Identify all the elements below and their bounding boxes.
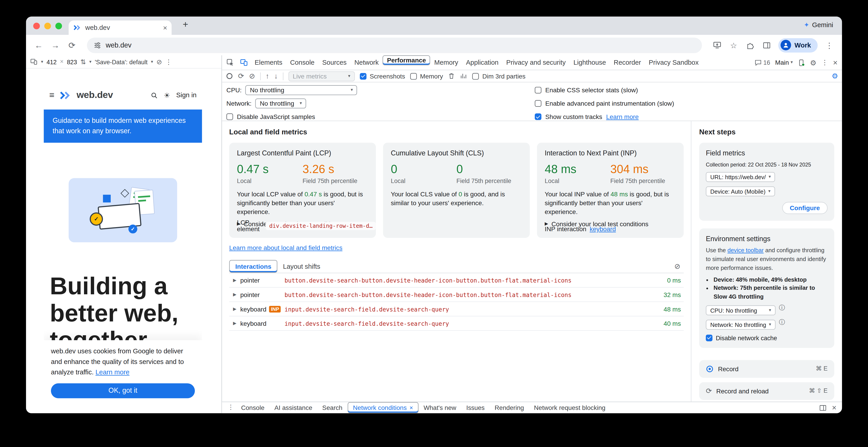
new-tab-button[interactable]: + xyxy=(183,20,188,29)
dock-side-icon[interactable] xyxy=(819,404,826,411)
collect-garbage-icon[interactable] xyxy=(448,72,455,80)
address-bar[interactable]: web.dev xyxy=(87,37,702,53)
tab-recorder[interactable]: Recorder xyxy=(610,56,645,70)
close-window-button[interactable] xyxy=(33,23,40,29)
inp-interaction-link[interactable]: keyboard xyxy=(590,226,616,232)
zoom-window-button[interactable] xyxy=(56,23,62,29)
clear-icon[interactable]: ⊘ xyxy=(249,72,255,80)
drawer-tab-console[interactable]: Console xyxy=(236,402,270,413)
devtools-close-icon[interactable]: × xyxy=(833,59,838,66)
drawer-tab-network-conditions[interactable]: Network conditions × xyxy=(347,402,418,413)
reload-button[interactable]: ⟳ xyxy=(65,41,79,49)
row-expander-icon[interactable]: ▶ xyxy=(229,307,240,311)
device-type-icon[interactable] xyxy=(30,58,38,65)
site-brand[interactable]: web.dev xyxy=(76,90,113,101)
row-expander-icon[interactable]: ▶ xyxy=(229,292,240,297)
field-url-select[interactable]: URL: https://web.dev/ ▾ xyxy=(706,172,775,182)
cpu-throttling-select[interactable]: No throttling ▾ xyxy=(245,85,357,95)
tab-sources[interactable]: Sources xyxy=(318,56,350,70)
tab-network[interactable]: Network xyxy=(350,56,382,70)
menu-hamburger-icon[interactable]: ≡ xyxy=(49,91,55,100)
minimize-window-button[interactable] xyxy=(44,23,51,29)
device-status-icon[interactable] xyxy=(798,59,805,66)
browser-menu-kebab-icon[interactable]: ⋮ xyxy=(822,41,837,49)
network-info-icon[interactable]: ⓘ xyxy=(779,319,785,325)
viewport-width-field[interactable]: 412 xyxy=(46,58,57,65)
drawer-tab-close-icon[interactable]: × xyxy=(409,405,413,411)
device-select-caret-icon[interactable]: ▾ xyxy=(41,60,43,64)
browser-tab[interactable]: web.dev × xyxy=(69,20,172,35)
sign-in-link[interactable]: Sign in xyxy=(176,91,196,99)
memory-usage-icon[interactable] xyxy=(460,72,467,80)
inspect-element-icon[interactable] xyxy=(223,56,237,70)
zoom-select-caret-icon[interactable]: ▾ xyxy=(89,60,91,64)
drawer-tab-rendering[interactable]: Rendering xyxy=(490,402,529,413)
throttling-off-icon[interactable]: ⊘ xyxy=(156,58,162,65)
tab-application[interactable]: Application xyxy=(462,56,502,70)
interaction-node-link[interactable]: button.devsite-search-button.devsite-hea… xyxy=(285,291,655,298)
drawer-kebab-icon[interactable]: ⋮ xyxy=(225,405,236,411)
tab-lighthouse[interactable]: Lighthouse xyxy=(569,56,610,70)
row-expander-icon[interactable]: ▶ xyxy=(229,321,240,325)
interaction-row[interactable]: ▶ pointer button.devsite-search-button.d… xyxy=(229,288,684,302)
tab-privacy-and-security[interactable]: Privacy and security xyxy=(502,56,569,70)
env-network-select[interactable]: Network: No throttling ▾ xyxy=(706,320,776,330)
css-selector-stats-checkbox[interactable]: Enable CSS selector stats (slow) xyxy=(535,85,674,95)
record-and-reload-button[interactable]: ⟳ Record and reload ⌘ ⇧ E xyxy=(699,382,834,400)
paint-instrumentation-checkbox[interactable]: Enable advanced paint instrumentation (s… xyxy=(535,98,674,108)
tab-interactions[interactable]: Interactions xyxy=(229,260,277,273)
metrics-learn-more-link[interactable]: Learn more about local and field metrics xyxy=(229,245,342,251)
save-data-caret-icon[interactable]: ▾ xyxy=(151,60,153,64)
disable-network-cache-checkbox[interactable]: Disable network cache xyxy=(706,335,828,341)
tab-privacy-sandbox[interactable]: Privacy Sandbox xyxy=(645,56,703,70)
drawer-tab-ai-assistance[interactable]: AI assistance xyxy=(270,402,317,413)
install-icon[interactable] xyxy=(710,41,724,49)
save-profile-icon[interactable]: ↓ xyxy=(274,72,278,80)
interaction-node-link[interactable]: button.devsite-search-button.devsite-hea… xyxy=(285,277,655,283)
custom-tracks-learn-more-link[interactable]: Learn more xyxy=(606,113,639,120)
cpu-info-icon[interactable]: ⓘ xyxy=(779,305,785,311)
tab-layout-shifts[interactable]: Layout shifts xyxy=(278,260,326,273)
interaction-node-link[interactable]: input.devsite-search-field.devsite-searc… xyxy=(285,320,655,326)
capture-settings-gear-icon[interactable]: ⚙ xyxy=(832,72,838,80)
cookie-learn-more-link[interactable]: Learn more xyxy=(96,369,129,376)
env-cpu-select[interactable]: CPU: No throttling ▾ xyxy=(706,305,776,315)
drawer-tab-network-request-blocking[interactable]: Network request blocking xyxy=(529,402,611,413)
memory-checkbox[interactable]: Memory xyxy=(410,73,443,79)
clear-log-icon[interactable]: ⊘ xyxy=(674,263,683,270)
gemini-button[interactable]: ✦ Gemini xyxy=(804,21,833,29)
configure-button[interactable]: Configure xyxy=(782,202,828,214)
cookie-accept-button[interactable]: OK, got it xyxy=(51,383,195,398)
tab-performance[interactable]: Performance xyxy=(382,56,430,65)
site-search-icon[interactable] xyxy=(150,92,158,99)
disable-js-samples-checkbox[interactable]: Disable JavaScript samples xyxy=(226,112,357,122)
drawer-close-icon[interactable]: × xyxy=(832,404,837,411)
drawer-tab-search[interactable]: Search xyxy=(317,402,347,413)
bookmark-star-icon[interactable]: ☆ xyxy=(726,41,741,49)
theme-toggle-icon[interactable]: ☀ xyxy=(164,92,170,99)
site-settings-icon[interactable] xyxy=(93,41,101,49)
execution-context-select[interactable]: Main ▾ xyxy=(775,59,793,66)
tab-console[interactable]: Console xyxy=(286,56,318,70)
viewport-height-field[interactable]: 823 xyxy=(67,58,77,65)
save-data-select[interactable]: 'Save-Data': default xyxy=(95,58,148,65)
side-panel-icon[interactable] xyxy=(760,41,774,49)
back-button[interactable]: ← xyxy=(31,41,46,49)
rotate-swap-icon[interactable]: ⇅ xyxy=(81,58,86,65)
network-throttling-select[interactable]: No throttling ▾ xyxy=(255,98,306,108)
forward-button[interactable]: → xyxy=(48,41,63,49)
drawer-tab-whats-new[interactable]: What's new xyxy=(418,402,461,413)
device-toolbar-kebab-icon[interactable]: ⋮ xyxy=(165,58,172,65)
interaction-row[interactable]: ▶ pointer button.devsite-search-button.d… xyxy=(229,273,684,288)
site-logo[interactable] xyxy=(59,91,71,99)
dim-third-parties-checkbox[interactable]: Dim 3rd parties xyxy=(472,73,525,79)
screenshots-checkbox[interactable]: Screenshots xyxy=(360,73,405,79)
drawer-tab-issues[interactable]: Issues xyxy=(461,402,490,413)
interaction-node-link[interactable]: input.devsite-search-field.devsite-searc… xyxy=(285,306,655,312)
device-toolbar-toggle-icon[interactable] xyxy=(237,56,251,70)
devtools-kebab-icon[interactable]: ⋮ xyxy=(822,59,828,66)
extensions-puzzle-icon[interactable] xyxy=(743,41,757,49)
tab-close-icon[interactable]: × xyxy=(163,24,167,31)
interaction-row[interactable]: ▶ keyboard input.devsite-search-field.de… xyxy=(229,316,684,331)
lcp-element-chip[interactable]: div.devsite-landing-row-item-d… xyxy=(266,221,376,230)
